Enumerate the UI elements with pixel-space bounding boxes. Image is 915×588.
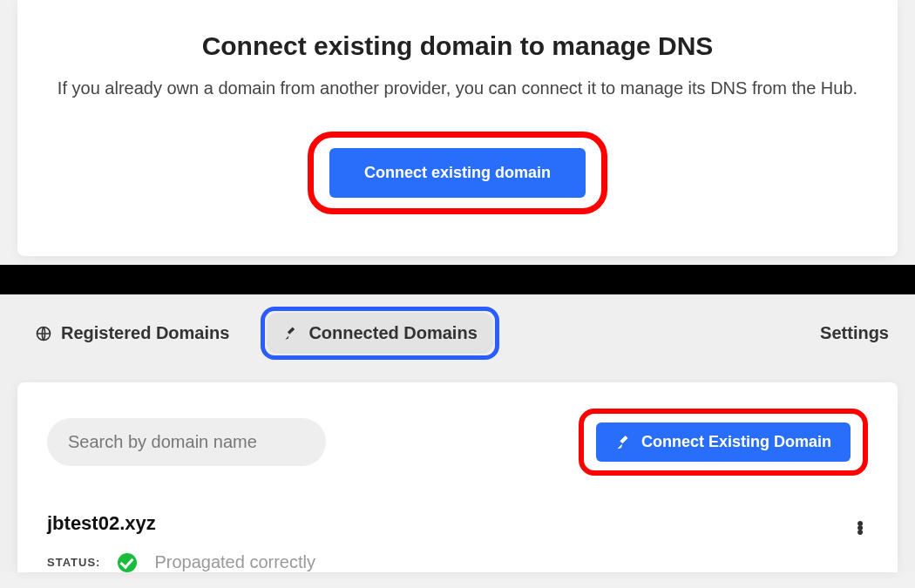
globe-icon — [35, 325, 52, 342]
annotation-red-connect-btn: Connect Existing Domain — [579, 409, 868, 476]
domain-summary: jbtest02.xyz STATUS: Propagated correctl… — [47, 512, 315, 572]
connect-domain-hero: Connect existing domain to manage DNS If… — [17, 0, 898, 256]
plug-icon — [615, 434, 633, 451]
hero-title: Connect existing domain to manage DNS — [52, 31, 863, 61]
card-toolbar: Connect Existing Domain — [47, 409, 868, 476]
domains-tab-row: Registered Domains Connected Domains Set… — [0, 294, 915, 370]
check-circle-icon — [118, 553, 137, 572]
connect-existing-domain-button[interactable]: Connect existing domain — [329, 148, 586, 198]
domains-section: Registered Domains Connected Domains Set… — [0, 294, 915, 572]
annotation-red-cta: Connect existing domain — [308, 132, 607, 214]
tab-registered-domains[interactable]: Registered Domains — [19, 313, 245, 354]
domain-search-input[interactable] — [47, 418, 326, 466]
section-divider — [0, 265, 915, 294]
tab-connected-domains[interactable]: Connected Domains — [267, 313, 492, 354]
domain-status-line: STATUS: Propagated correctly — [47, 552, 315, 572]
domain-name-label: jbtest02.xyz — [47, 512, 315, 535]
tab-connected-label: Connected Domains — [308, 323, 477, 343]
tab-registered-label: Registered Domains — [61, 323, 229, 343]
connect-btn-label: Connect Existing Domain — [641, 433, 831, 451]
domain-row-menu-button[interactable]: ••• — [851, 512, 868, 529]
annotation-blue-active-tab: Connected Domains — [261, 307, 498, 360]
connect-existing-domain-button-small[interactable]: Connect Existing Domain — [596, 422, 851, 462]
connected-domains-card: Connect Existing Domain jbtest02.xyz STA… — [17, 382, 898, 572]
status-value: Propagated correctly — [154, 552, 315, 572]
plug-icon — [282, 325, 300, 342]
domain-row: jbtest02.xyz STATUS: Propagated correctl… — [47, 512, 868, 572]
status-key: STATUS: — [47, 556, 100, 569]
settings-link[interactable]: Settings — [820, 323, 889, 343]
hero-subtitle: If you already own a domain from another… — [52, 78, 863, 98]
